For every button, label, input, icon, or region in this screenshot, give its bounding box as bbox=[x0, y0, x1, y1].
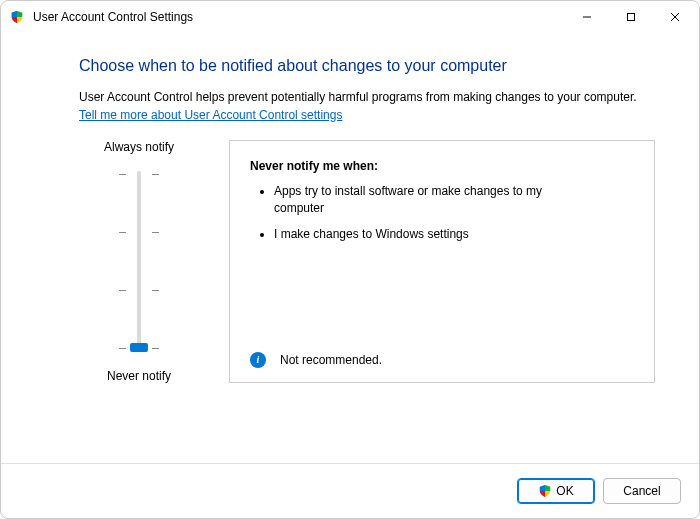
body-row: Always notify Never notify Never notify … bbox=[79, 140, 655, 383]
slider-track[interactable] bbox=[109, 164, 169, 359]
slider-tick bbox=[119, 173, 159, 175]
ok-button-label: OK bbox=[556, 484, 573, 498]
maximize-button[interactable] bbox=[609, 2, 653, 32]
content-area: Choose when to be notified about changes… bbox=[1, 33, 699, 463]
slider-thumb[interactable] bbox=[130, 343, 148, 352]
svg-rect-1 bbox=[628, 14, 635, 21]
uac-window: User Account Control Settings Choose whe… bbox=[0, 0, 700, 519]
window-title: User Account Control Settings bbox=[33, 10, 565, 24]
description-panel: Never notify me when: Apps try to instal… bbox=[229, 140, 655, 383]
slider-tick bbox=[119, 231, 159, 233]
cancel-button-label: Cancel bbox=[623, 484, 660, 498]
slider-bottom-label: Never notify bbox=[107, 369, 171, 383]
ok-button[interactable]: OK bbox=[517, 478, 595, 504]
close-button[interactable] bbox=[653, 2, 697, 32]
panel-title: Never notify me when: bbox=[250, 159, 634, 173]
slider-tick bbox=[119, 289, 159, 291]
recommendation-text: Not recommended. bbox=[280, 353, 382, 367]
shield-icon bbox=[9, 9, 25, 25]
list-item: I make changes to Windows settings bbox=[274, 226, 574, 243]
dialog-footer: OK Cancel bbox=[1, 463, 699, 518]
panel-footer: i Not recommended. bbox=[250, 342, 634, 368]
minimize-button[interactable] bbox=[565, 2, 609, 32]
notification-slider: Always notify Never notify bbox=[79, 140, 199, 383]
cancel-button[interactable]: Cancel bbox=[603, 478, 681, 504]
panel-list: Apps try to install software or make cha… bbox=[250, 183, 634, 251]
window-controls bbox=[565, 2, 697, 32]
info-icon: i bbox=[250, 352, 266, 368]
description-text: User Account Control helps prevent poten… bbox=[79, 89, 655, 106]
shield-icon bbox=[538, 484, 552, 498]
page-heading: Choose when to be notified about changes… bbox=[79, 57, 655, 75]
titlebar: User Account Control Settings bbox=[1, 1, 699, 33]
slider-top-label: Always notify bbox=[104, 140, 174, 154]
learn-more-link[interactable]: Tell me more about User Account Control … bbox=[79, 108, 655, 122]
list-item: Apps try to install software or make cha… bbox=[274, 183, 574, 218]
